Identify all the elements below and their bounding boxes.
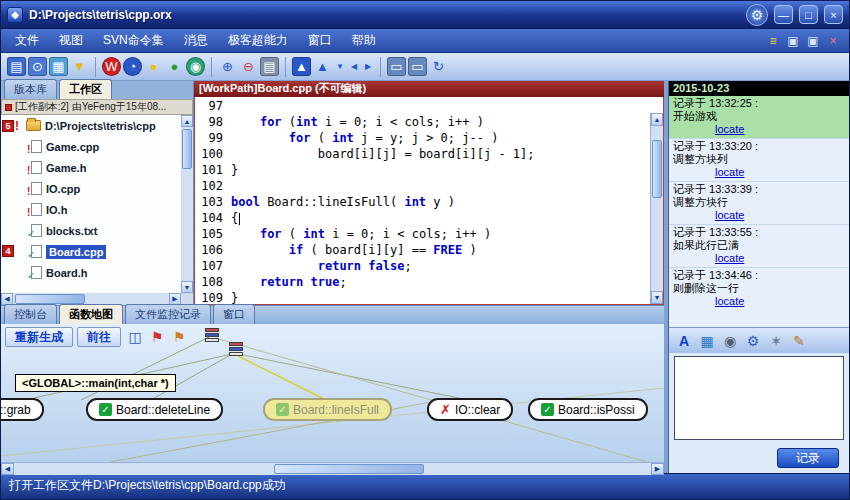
window-pane-icon[interactable]: ▣	[785, 33, 801, 49]
bottom-tab-3[interactable]: 文件监控记录	[125, 304, 211, 324]
bottom-tab-2[interactable]: 函数地图	[59, 304, 123, 324]
menu-item-7[interactable]: 帮助	[342, 29, 386, 52]
scroll-thumb[interactable]	[182, 129, 192, 169]
scroll-up-button[interactable]: ▲	[651, 113, 663, 126]
open-folder-icon[interactable]: ▤	[7, 57, 26, 76]
code-area[interactable]: 9798 for (int i = 0; i < cols; i++ )99 f…	[195, 98, 650, 304]
refresh-icon[interactable]: ↻	[429, 57, 448, 76]
zoom-out-icon[interactable]: ⊖	[239, 57, 258, 76]
scroll-thumb[interactable]	[652, 140, 662, 198]
clock-icon[interactable]: ◔	[123, 57, 142, 76]
locate-link[interactable]: locate	[715, 166, 744, 179]
code-editor: [WorkPath]Board.cpp (不可编辑) 9798 for (int…	[194, 81, 664, 305]
graph-node-cluster[interactable]	[205, 328, 219, 343]
tree-item-blocks-txt[interactable]: ✓blocks.txt	[1, 220, 181, 241]
code-text: board[i][j] = board[i][j - 1];	[231, 147, 535, 161]
scroll-down-button[interactable]: ▼	[181, 281, 193, 293]
log-entry[interactable]: 记录于 13:33:55 :如果此行已满locate	[669, 224, 849, 267]
locate-link[interactable]: locate	[715, 252, 744, 265]
image-icon[interactable]: ▦	[49, 57, 68, 76]
gear-tool-icon[interactable]: ⚙	[744, 332, 762, 350]
function-node-board-lineisfull[interactable]: ✓Board::lineIsFull	[263, 398, 392, 421]
bottom-tab-1[interactable]: 控制台	[4, 304, 57, 324]
image-tool-icon[interactable]: ▦	[698, 332, 716, 350]
tree-vertical-scrollbar[interactable]: ▲ ▼	[181, 115, 193, 293]
minimize-button[interactable]: —	[774, 5, 793, 24]
pin-orange-icon[interactable]: ⚑	[169, 327, 189, 347]
green-ball-icon[interactable]: ●	[165, 57, 184, 76]
map-icon[interactable]: ◫	[125, 327, 145, 347]
camera-tool-icon[interactable]: ◉	[721, 332, 739, 350]
left-tab-2[interactable]: 工作区	[59, 79, 112, 99]
goto-button[interactable]: 前往	[77, 327, 121, 347]
zoom-in-icon[interactable]: ⊕	[218, 57, 237, 76]
editor-body[interactable]: 9798 for (int i = 0; i < cols; i++ )99 f…	[194, 97, 664, 305]
scroll-track[interactable]	[181, 127, 193, 281]
scroll-up-button[interactable]: ▲	[181, 115, 193, 127]
monitor-icon[interactable]: ▭	[387, 57, 406, 76]
close-button[interactable]: ×	[824, 5, 843, 24]
toolbar-separator	[95, 57, 96, 77]
filter-icon[interactable]: ▼	[70, 57, 89, 76]
scroll-track[interactable]	[14, 463, 651, 475]
left-tab-1[interactable]: 版本库	[4, 79, 57, 99]
print-icon[interactable]: ▤	[260, 57, 279, 76]
graph-node-cluster[interactable]	[229, 342, 243, 357]
log-entry[interactable]: 记录于 13:33:39 :调整方块行locate	[669, 181, 849, 224]
function-map-horizontal-scrollbar[interactable]: ◀ ▶	[1, 462, 664, 475]
scroll-thumb[interactable]	[15, 294, 85, 304]
locate-link[interactable]: locate	[715, 123, 744, 136]
menu-item-1[interactable]: 文件	[5, 29, 49, 52]
tree-item-board-cpp[interactable]: ✓Board.cpp	[1, 241, 181, 262]
left-small-icon[interactable]: ◀	[348, 57, 360, 76]
function-node-io-clear[interactable]: ✗IO::clear	[427, 398, 513, 421]
settings-gear-button[interactable]: ⚙	[746, 4, 768, 26]
scroll-thumb[interactable]	[274, 464, 424, 474]
maximize-button[interactable]: □	[799, 5, 818, 24]
locate-link[interactable]: locate	[715, 295, 744, 308]
menu-item-4[interactable]: 消息	[174, 29, 218, 52]
log-entry[interactable]: 记录于 13:32:25 :开始游戏locate	[669, 96, 849, 138]
window-cascade-icon[interactable]: ▣	[805, 33, 821, 49]
word-ball-icon[interactable]: W	[102, 57, 121, 76]
record-button[interactable]: 记录	[777, 448, 839, 468]
tree-root[interactable]: ! D:\Projects\tetris\cpp	[1, 115, 181, 136]
tree-item-game-cpp[interactable]: !Game.cpp	[1, 136, 181, 157]
right-small-icon[interactable]: ▶	[362, 57, 374, 76]
close-pane-icon[interactable]: ×	[825, 33, 841, 49]
regenerate-button[interactable]: 重新生成	[5, 327, 73, 347]
menu-item-3[interactable]: SVN命令集	[93, 29, 174, 52]
tree-item-io-cpp[interactable]: !IO.cpp	[1, 178, 181, 199]
search-icon[interactable]: ⊙	[28, 57, 47, 76]
up-filled-icon[interactable]: ▲	[292, 57, 311, 76]
locate-link[interactable]: locate	[715, 209, 744, 222]
log-entry[interactable]: 记录于 13:34:46 :则删除这一行locate	[669, 267, 849, 310]
scroll-down-button[interactable]: ▼	[651, 291, 663, 304]
bottom-tab-4[interactable]: 窗口	[213, 304, 255, 324]
editor-vertical-scrollbar[interactable]: ▲ ▼	[650, 113, 663, 304]
yellow-ball-icon[interactable]: ●	[144, 57, 163, 76]
menu-item-6[interactable]: 窗口	[298, 29, 342, 52]
menu-item-2[interactable]: 视图	[49, 29, 93, 52]
scroll-right-button[interactable]: ▶	[651, 463, 664, 475]
down-small-icon[interactable]: ▼	[334, 57, 346, 76]
tree-item-game-h[interactable]: !Game.h	[1, 157, 181, 178]
scroll-left-button[interactable]: ◀	[1, 463, 14, 475]
function-node-board-ispossi[interactable]: ✓Board::isPossi	[528, 398, 648, 421]
menubar: 文件视图SVN命令集消息极客超能力窗口帮助 ≡▣▣×	[1, 29, 849, 53]
up-icon[interactable]: ▲	[313, 57, 332, 76]
menu-item-5[interactable]: 极客超能力	[218, 29, 298, 52]
function-node-board-deleteline[interactable]: ✓Board::deleteLine	[86, 398, 223, 421]
pencil-tool-icon[interactable]: ✎	[790, 332, 808, 350]
tree-item-io-h[interactable]: !IO.h	[1, 199, 181, 220]
list-icon[interactable]: ≡	[765, 33, 781, 49]
pin-red-icon[interactable]: ⚑	[147, 327, 167, 347]
scroll-track[interactable]	[651, 126, 663, 291]
log-entry[interactable]: 记录于 13:33:20 :调整方块列locate	[669, 138, 849, 181]
tree-item-board-h[interactable]: ✓Board.h	[1, 262, 181, 283]
wrench-tool-icon[interactable]: ✶	[767, 332, 785, 350]
function-node-grab[interactable]: ::grab	[1, 398, 44, 421]
disc-icon[interactable]: ◉	[186, 57, 205, 76]
text-tool-icon[interactable]: A	[675, 332, 693, 350]
monitor-pair-icon[interactable]: ▭	[408, 57, 427, 76]
